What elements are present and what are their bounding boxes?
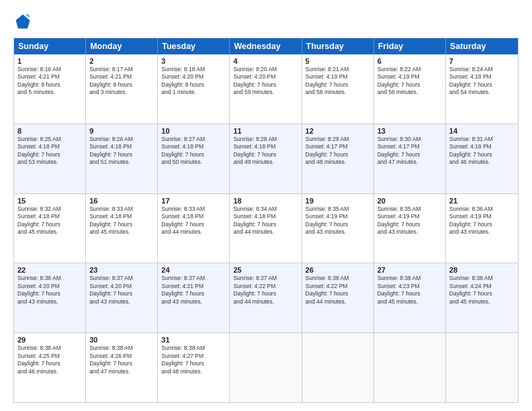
day-info: Sunrise: 8:33 AMSunset: 4:18 PMDaylight:…	[89, 205, 154, 236]
empty-cell	[446, 333, 518, 402]
day-cell-2: 2Sunrise: 8:17 AMSunset: 4:21 PMDaylight…	[86, 54, 158, 124]
calendar-row-1: 1Sunrise: 8:16 AMSunset: 4:21 PMDaylight…	[14, 54, 518, 124]
day-cell-11: 11Sunrise: 8:28 AMSunset: 4:18 PMDayligh…	[230, 124, 302, 193]
day-cell-10: 10Sunrise: 8:27 AMSunset: 4:18 PMDayligh…	[158, 124, 230, 193]
day-number: 14	[449, 127, 515, 135]
calendar-header: SundayMondayTuesdayWednesdayThursdayFrid…	[14, 38, 518, 54]
day-number: 15	[17, 197, 82, 205]
day-number: 26	[306, 266, 370, 274]
day-number: 30	[89, 336, 154, 344]
day-info: Sunrise: 8:36 AMSunset: 4:19 PMDaylight:…	[449, 205, 515, 236]
weekday-header-monday: Monday	[86, 38, 158, 54]
day-cell-8: 8Sunrise: 8:25 AMSunset: 4:18 PMDaylight…	[14, 124, 86, 193]
weekday-header-tuesday: Tuesday	[158, 38, 230, 54]
day-number: 22	[17, 266, 82, 274]
day-cell-5: 5Sunrise: 8:21 AMSunset: 4:19 PMDaylight…	[302, 54, 374, 124]
day-cell-16: 16Sunrise: 8:33 AMSunset: 4:18 PMDayligh…	[86, 194, 158, 263]
day-cell-27: 27Sunrise: 8:38 AMSunset: 4:23 PMDayligh…	[374, 263, 446, 332]
day-cell-6: 6Sunrise: 8:22 AMSunset: 4:19 PMDaylight…	[374, 54, 446, 124]
weekday-header-wednesday: Wednesday	[230, 38, 302, 54]
day-info: Sunrise: 8:30 AMSunset: 4:17 PMDaylight:…	[378, 136, 442, 167]
day-number: 17	[161, 197, 226, 205]
calendar-row-2: 8Sunrise: 8:25 AMSunset: 4:18 PMDaylight…	[14, 124, 518, 194]
day-number: 18	[233, 197, 298, 205]
day-info: Sunrise: 8:16 AMSunset: 4:21 PMDaylight:…	[17, 66, 82, 97]
page: SundayMondayTuesdayWednesdayThursdayFrid…	[0, 0, 532, 411]
day-info: Sunrise: 8:38 AMSunset: 4:26 PMDaylight:…	[89, 345, 154, 375]
day-number: 28	[449, 266, 515, 274]
day-cell-20: 20Sunrise: 8:35 AMSunset: 4:19 PMDayligh…	[374, 194, 446, 263]
day-cell-19: 19Sunrise: 8:35 AMSunset: 4:19 PMDayligh…	[302, 194, 374, 263]
day-info: Sunrise: 8:35 AMSunset: 4:19 PMDaylight:…	[306, 205, 370, 236]
day-cell-17: 17Sunrise: 8:33 AMSunset: 4:18 PMDayligh…	[158, 194, 230, 263]
day-info: Sunrise: 8:20 AMSunset: 4:20 PMDaylight:…	[233, 66, 298, 97]
day-cell-18: 18Sunrise: 8:34 AMSunset: 4:18 PMDayligh…	[230, 194, 302, 263]
weekday-header-thursday: Thursday	[302, 38, 374, 54]
day-info: Sunrise: 8:38 AMSunset: 4:23 PMDaylight:…	[378, 275, 442, 306]
empty-cell	[230, 333, 302, 402]
day-number: 11	[233, 127, 298, 135]
day-info: Sunrise: 8:21 AMSunset: 4:19 PMDaylight:…	[306, 66, 370, 97]
day-cell-7: 7Sunrise: 8:24 AMSunset: 4:18 PMDaylight…	[446, 54, 518, 124]
day-number: 24	[161, 266, 226, 274]
calendar-row-5: 29Sunrise: 8:38 AMSunset: 4:25 PMDayligh…	[14, 333, 518, 402]
day-cell-25: 25Sunrise: 8:37 AMSunset: 4:22 PMDayligh…	[230, 263, 302, 332]
day-number: 20	[378, 197, 442, 205]
day-info: Sunrise: 8:38 AMSunset: 4:24 PMDaylight:…	[449, 275, 515, 306]
empty-cell	[374, 333, 446, 402]
day-cell-13: 13Sunrise: 8:30 AMSunset: 4:17 PMDayligh…	[374, 124, 446, 193]
day-info: Sunrise: 8:32 AMSunset: 4:18 PMDaylight:…	[17, 205, 82, 236]
calendar: SundayMondayTuesdayWednesdayThursdayFrid…	[13, 38, 519, 403]
weekday-header-saturday: Saturday	[446, 38, 518, 54]
day-info: Sunrise: 8:29 AMSunset: 4:17 PMDaylight:…	[306, 136, 370, 167]
day-number: 25	[233, 266, 298, 274]
day-number: 5	[306, 57, 370, 65]
day-info: Sunrise: 8:36 AMSunset: 4:20 PMDaylight:…	[17, 275, 82, 306]
day-number: 31	[161, 336, 226, 344]
day-info: Sunrise: 8:27 AMSunset: 4:18 PMDaylight:…	[161, 136, 226, 167]
day-cell-24: 24Sunrise: 8:37 AMSunset: 4:21 PMDayligh…	[158, 263, 230, 332]
day-number: 29	[17, 336, 82, 344]
day-number: 9	[89, 127, 154, 135]
day-number: 10	[161, 127, 226, 135]
calendar-row-3: 15Sunrise: 8:32 AMSunset: 4:18 PMDayligh…	[14, 194, 518, 264]
day-info: Sunrise: 8:38 AMSunset: 4:22 PMDaylight:…	[306, 275, 370, 306]
day-number: 23	[89, 266, 154, 274]
header	[13, 12, 519, 31]
day-number: 12	[306, 127, 370, 135]
day-cell-9: 9Sunrise: 8:26 AMSunset: 4:18 PMDaylight…	[86, 124, 158, 193]
day-info: Sunrise: 8:24 AMSunset: 4:18 PMDaylight:…	[449, 66, 515, 97]
day-cell-26: 26Sunrise: 8:38 AMSunset: 4:22 PMDayligh…	[302, 263, 374, 332]
day-cell-1: 1Sunrise: 8:16 AMSunset: 4:21 PMDaylight…	[14, 54, 86, 124]
day-number: 21	[449, 197, 515, 205]
day-number: 16	[89, 197, 154, 205]
day-info: Sunrise: 8:38 AMSunset: 4:25 PMDaylight:…	[17, 345, 82, 375]
day-info: Sunrise: 8:22 AMSunset: 4:19 PMDaylight:…	[378, 66, 442, 97]
day-cell-28: 28Sunrise: 8:38 AMSunset: 4:24 PMDayligh…	[446, 263, 518, 332]
day-number: 6	[378, 57, 442, 65]
day-cell-15: 15Sunrise: 8:32 AMSunset: 4:18 PMDayligh…	[14, 194, 86, 263]
weekday-header-sunday: Sunday	[14, 38, 86, 54]
day-info: Sunrise: 8:38 AMSunset: 4:27 PMDaylight:…	[161, 345, 226, 375]
day-number: 2	[89, 57, 154, 65]
day-info: Sunrise: 8:26 AMSunset: 4:18 PMDaylight:…	[89, 136, 154, 167]
day-number: 19	[306, 197, 370, 205]
day-cell-3: 3Sunrise: 8:18 AMSunset: 4:20 PMDaylight…	[158, 54, 230, 124]
calendar-row-4: 22Sunrise: 8:36 AMSunset: 4:20 PMDayligh…	[14, 263, 518, 333]
day-cell-12: 12Sunrise: 8:29 AMSunset: 4:17 PMDayligh…	[302, 124, 374, 193]
day-number: 1	[17, 57, 82, 65]
day-info: Sunrise: 8:25 AMSunset: 4:18 PMDaylight:…	[17, 136, 82, 167]
day-number: 8	[17, 127, 82, 135]
day-cell-14: 14Sunrise: 8:31 AMSunset: 4:18 PMDayligh…	[446, 124, 518, 193]
logo-icon	[13, 12, 32, 31]
day-cell-22: 22Sunrise: 8:36 AMSunset: 4:20 PMDayligh…	[14, 263, 86, 332]
day-cell-29: 29Sunrise: 8:38 AMSunset: 4:25 PMDayligh…	[14, 333, 86, 402]
day-cell-30: 30Sunrise: 8:38 AMSunset: 4:26 PMDayligh…	[86, 333, 158, 402]
day-number: 4	[233, 57, 298, 65]
day-number: 7	[449, 57, 515, 65]
day-number: 13	[378, 127, 442, 135]
logo	[13, 12, 35, 31]
day-info: Sunrise: 8:33 AMSunset: 4:18 PMDaylight:…	[161, 205, 226, 236]
weekday-header-friday: Friday	[374, 38, 446, 54]
day-info: Sunrise: 8:31 AMSunset: 4:18 PMDaylight:…	[449, 136, 515, 167]
